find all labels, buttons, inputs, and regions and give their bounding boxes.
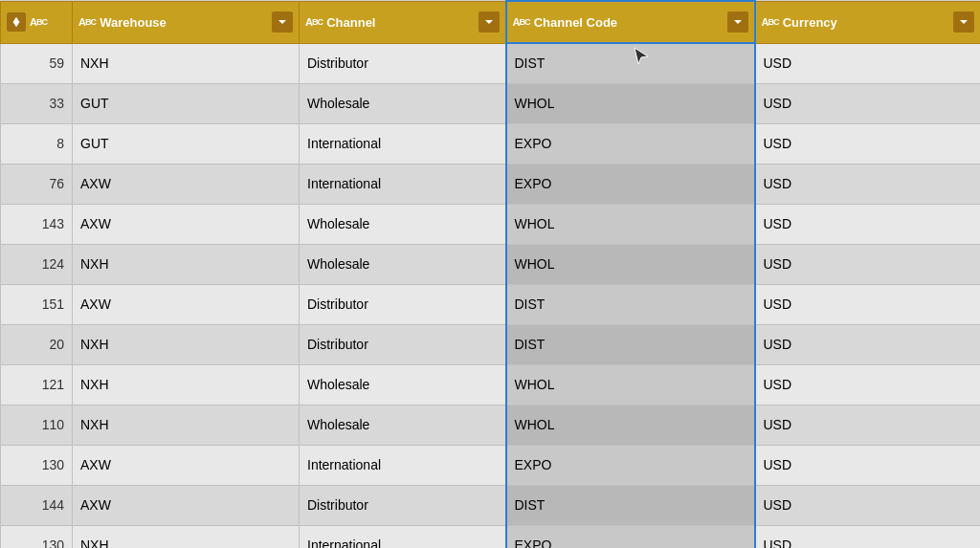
- cell-index: 130: [1, 525, 73, 548]
- table-row: 144AXWDistributorDISTUSD: [1, 485, 981, 525]
- cell-warehouse: GUT: [73, 123, 300, 164]
- dropdown-channelcode[interactable]: [727, 11, 748, 33]
- cell-currency: USD: [755, 324, 981, 364]
- cell-channel: International: [300, 164, 506, 204]
- table-row: 124NXHWholesaleWHOLUSD: [1, 244, 981, 284]
- table-row: 59NXHDistributorDISTUSD: [1, 43, 981, 83]
- cell-warehouse: AXW: [73, 284, 300, 324]
- cell-channel: Wholesale: [300, 244, 506, 284]
- cell-channel: Wholesale: [300, 405, 506, 445]
- header-channelcode-label: Channel Code: [534, 15, 617, 30]
- cell-warehouse: NXH: [73, 364, 300, 405]
- cell-currency: USD: [755, 164, 981, 204]
- table-row: 143AXWWholesaleWHOLUSD: [1, 204, 981, 244]
- cell-currency: USD: [755, 525, 981, 548]
- cell-channel: Distributor: [300, 324, 506, 364]
- table-row: 8GUTInternationalEXPOUSD: [1, 123, 981, 164]
- cell-channel: International: [300, 445, 506, 485]
- cell-channelcode: WHOL: [506, 364, 755, 405]
- cell-index: 151: [1, 284, 73, 324]
- cell-currency: USD: [755, 244, 981, 284]
- cell-currency: USD: [755, 405, 981, 445]
- dropdown-warehouse[interactable]: [272, 11, 293, 33]
- cell-warehouse: NXH: [73, 405, 300, 445]
- cell-index: 121: [1, 364, 73, 405]
- cell-channelcode: DIST: [506, 43, 755, 83]
- cell-index: 76: [1, 164, 73, 204]
- header-index[interactable]: ABC: [1, 1, 73, 43]
- dropdown-currency[interactable]: [953, 11, 974, 33]
- cell-channelcode: EXPO: [506, 445, 755, 485]
- cell-channel: Distributor: [300, 43, 506, 83]
- cell-currency: USD: [755, 43, 981, 83]
- cell-index: 59: [1, 43, 73, 83]
- cell-currency: USD: [755, 485, 981, 525]
- header-channel[interactable]: ABC Channel: [300, 1, 506, 43]
- cell-index: 110: [1, 405, 73, 445]
- cell-channel: Distributor: [300, 485, 506, 525]
- sort-icon-index[interactable]: [7, 12, 26, 32]
- table-row: 20NXHDistributorDISTUSD: [1, 324, 981, 364]
- cell-channelcode: DIST: [506, 485, 755, 525]
- cell-channelcode: WHOL: [506, 83, 755, 123]
- cell-warehouse: AXW: [73, 164, 300, 204]
- cell-index: 8: [1, 123, 73, 164]
- cell-channelcode: EXPO: [506, 123, 755, 164]
- cell-index: 33: [1, 83, 73, 123]
- cell-currency: USD: [755, 204, 981, 244]
- cell-warehouse: AXW: [73, 204, 300, 244]
- abc-icon-warehouse: ABC: [78, 16, 96, 28]
- cell-index: 144: [1, 485, 73, 525]
- cell-channelcode: WHOL: [506, 405, 755, 445]
- cell-currency: USD: [755, 123, 981, 164]
- abc-icon-channel: ABC: [305, 16, 323, 28]
- cell-channel: Wholesale: [300, 204, 506, 244]
- cell-warehouse: GUT: [73, 83, 300, 123]
- table-row: 110NXHWholesaleWHOLUSD: [1, 405, 981, 445]
- cell-currency: USD: [755, 445, 981, 485]
- abc-icon-currency: ABC: [762, 16, 779, 28]
- header-warehouse-label: Warehouse: [100, 15, 167, 30]
- table-row: 130AXWInternationalEXPOUSD: [1, 445, 981, 485]
- header-channelcode[interactable]: ABC Channel Code: [506, 1, 755, 43]
- cell-channelcode: EXPO: [506, 525, 755, 548]
- cell-warehouse: NXH: [73, 324, 300, 364]
- cell-channelcode: DIST: [506, 284, 755, 324]
- cell-warehouse: AXW: [73, 445, 300, 485]
- cell-index: 130: [1, 445, 73, 485]
- cell-channel: Wholesale: [300, 83, 506, 123]
- dropdown-channel[interactable]: [479, 11, 500, 33]
- cell-channel: Wholesale: [300, 364, 506, 405]
- table-row: 76AXWInternationalEXPOUSD: [1, 164, 981, 204]
- header-channel-label: Channel: [326, 15, 375, 30]
- table-row: 121NXHWholesaleWHOLUSD: [1, 364, 981, 405]
- cell-warehouse: NXH: [73, 244, 300, 284]
- table-row: 130NXHInternationalEXPOUSD: [1, 525, 981, 548]
- cell-channelcode: EXPO: [506, 164, 755, 204]
- header-currency[interactable]: ABC Currency: [755, 1, 981, 43]
- cell-channelcode: DIST: [506, 324, 755, 364]
- cell-warehouse: NXH: [73, 43, 300, 83]
- cell-index: 143: [1, 204, 73, 244]
- header-warehouse[interactable]: ABC Warehouse: [73, 1, 300, 43]
- cell-currency: USD: [755, 364, 981, 405]
- header-currency-label: Currency: [783, 15, 837, 30]
- cell-channelcode: WHOL: [506, 244, 755, 284]
- cell-index: 124: [1, 244, 73, 284]
- table-row: 33GUTWholesaleWHOLUSD: [1, 83, 981, 123]
- cell-channel: International: [300, 123, 506, 164]
- cell-warehouse: NXH: [73, 525, 300, 548]
- data-table: ABC ABC Warehouse ABC Channel: [0, 0, 980, 548]
- cell-index: 20: [1, 324, 73, 364]
- cell-channel: International: [300, 525, 506, 548]
- abc-icon-channelcode: ABC: [513, 16, 530, 28]
- cell-currency: USD: [755, 284, 981, 324]
- table-row: 151AXWDistributorDISTUSD: [1, 284, 981, 324]
- abc-icon-index: ABC: [30, 16, 47, 28]
- cell-channelcode: WHOL: [506, 204, 755, 244]
- cell-currency: USD: [755, 83, 981, 123]
- cell-warehouse: AXW: [73, 485, 300, 525]
- cell-channel: Distributor: [300, 284, 506, 324]
